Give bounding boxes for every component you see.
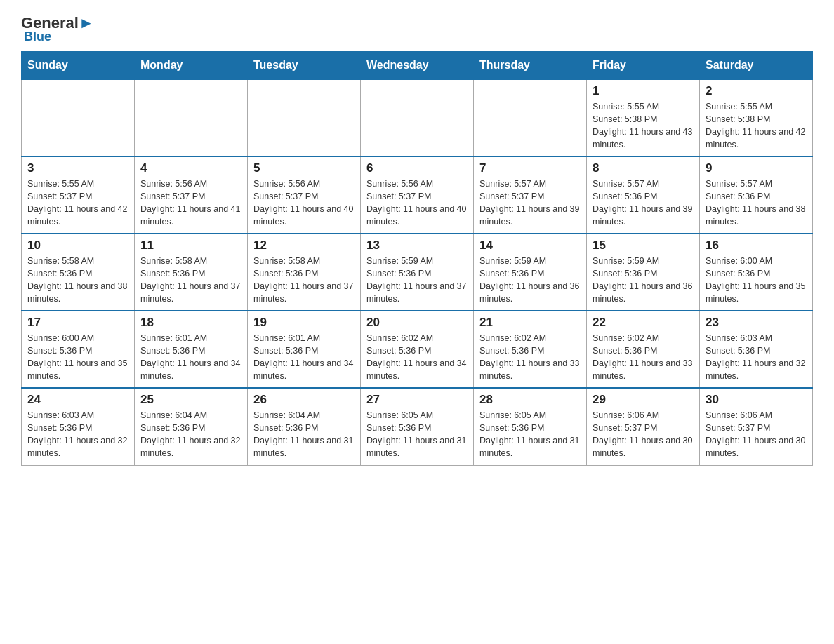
day-number: 24	[27, 393, 128, 407]
day-number: 3	[27, 161, 128, 175]
day-number: 19	[253, 316, 355, 330]
table-row: 1Sunrise: 5:55 AMSunset: 5:38 PMDaylight…	[587, 79, 700, 156]
table-row: 29Sunrise: 6:06 AMSunset: 5:37 PMDayligh…	[587, 388, 700, 465]
day-info: Sunrise: 5:56 AMSunset: 5:37 PMDaylight:…	[140, 177, 241, 229]
header-monday: Monday	[135, 52, 248, 80]
calendar-week-row: 17Sunrise: 6:00 AMSunset: 5:36 PMDayligh…	[22, 311, 813, 388]
day-number: 27	[366, 393, 468, 407]
day-number: 16	[706, 239, 807, 253]
table-row: 30Sunrise: 6:06 AMSunset: 5:37 PMDayligh…	[700, 388, 813, 465]
page-header: General ► Blue	[21, 14, 813, 44]
table-row: 25Sunrise: 6:04 AMSunset: 5:36 PMDayligh…	[135, 388, 248, 465]
table-row: 5Sunrise: 5:56 AMSunset: 5:37 PMDaylight…	[248, 156, 361, 234]
table-row: 3Sunrise: 5:55 AMSunset: 5:37 PMDaylight…	[22, 156, 135, 234]
day-number: 11	[140, 239, 241, 253]
calendar-week-row: 3Sunrise: 5:55 AMSunset: 5:37 PMDaylight…	[22, 156, 813, 234]
day-info: Sunrise: 6:05 AMSunset: 5:36 PMDaylight:…	[366, 409, 468, 460]
table-row: 21Sunrise: 6:02 AMSunset: 5:36 PMDayligh…	[474, 311, 587, 388]
table-row: 18Sunrise: 6:01 AMSunset: 5:36 PMDayligh…	[135, 311, 248, 388]
day-info: Sunrise: 6:04 AMSunset: 5:36 PMDaylight:…	[253, 409, 355, 460]
table-row: 28Sunrise: 6:05 AMSunset: 5:36 PMDayligh…	[474, 388, 587, 465]
day-number: 5	[253, 161, 355, 175]
table-row: 27Sunrise: 6:05 AMSunset: 5:36 PMDayligh…	[361, 388, 474, 465]
day-info: Sunrise: 6:02 AMSunset: 5:36 PMDaylight:…	[479, 332, 581, 383]
day-info: Sunrise: 6:00 AMSunset: 5:36 PMDaylight:…	[706, 255, 807, 306]
day-info: Sunrise: 5:59 AMSunset: 5:36 PMDaylight:…	[366, 255, 468, 306]
day-info: Sunrise: 5:59 AMSunset: 5:36 PMDaylight:…	[593, 255, 694, 306]
day-info: Sunrise: 5:55 AMSunset: 5:38 PMDaylight:…	[706, 100, 807, 152]
table-row: 8Sunrise: 5:57 AMSunset: 5:36 PMDaylight…	[587, 156, 700, 234]
day-number: 2	[706, 84, 807, 98]
day-number: 10	[27, 239, 128, 253]
table-row	[474, 79, 587, 156]
calendar-table: Sunday Monday Tuesday Wednesday Thursday…	[21, 51, 813, 466]
logo-blue-label: Blue	[24, 29, 51, 44]
table-row: 19Sunrise: 6:01 AMSunset: 5:36 PMDayligh…	[248, 311, 361, 388]
calendar-week-row: 24Sunrise: 6:03 AMSunset: 5:36 PMDayligh…	[22, 388, 813, 465]
day-info: Sunrise: 5:58 AMSunset: 5:36 PMDaylight:…	[140, 255, 241, 306]
day-number: 6	[366, 161, 468, 175]
day-info: Sunrise: 6:06 AMSunset: 5:37 PMDaylight:…	[593, 409, 694, 460]
header-saturday: Saturday	[700, 52, 813, 80]
calendar-header-row: Sunday Monday Tuesday Wednesday Thursday…	[22, 52, 813, 80]
header-friday: Friday	[587, 52, 700, 80]
day-info: Sunrise: 5:58 AMSunset: 5:36 PMDaylight:…	[253, 255, 355, 306]
table-row: 20Sunrise: 6:02 AMSunset: 5:36 PMDayligh…	[361, 311, 474, 388]
calendar-week-row: 10Sunrise: 5:58 AMSunset: 5:36 PMDayligh…	[22, 234, 813, 311]
day-info: Sunrise: 5:55 AMSunset: 5:38 PMDaylight:…	[593, 100, 694, 152]
day-number: 8	[593, 161, 694, 175]
day-info: Sunrise: 5:56 AMSunset: 5:37 PMDaylight:…	[366, 177, 468, 229]
day-number: 7	[479, 161, 581, 175]
day-number: 20	[366, 316, 468, 330]
day-info: Sunrise: 6:00 AMSunset: 5:36 PMDaylight:…	[27, 332, 128, 383]
table-row: 11Sunrise: 5:58 AMSunset: 5:36 PMDayligh…	[135, 234, 248, 311]
table-row: 17Sunrise: 6:00 AMSunset: 5:36 PMDayligh…	[22, 311, 135, 388]
day-info: Sunrise: 5:57 AMSunset: 5:37 PMDaylight:…	[479, 177, 581, 229]
day-number: 1	[593, 84, 694, 98]
table-row: 26Sunrise: 6:04 AMSunset: 5:36 PMDayligh…	[248, 388, 361, 465]
day-info: Sunrise: 6:03 AMSunset: 5:36 PMDaylight:…	[706, 332, 807, 383]
table-row: 16Sunrise: 6:00 AMSunset: 5:36 PMDayligh…	[700, 234, 813, 311]
table-row	[361, 79, 474, 156]
table-row: 7Sunrise: 5:57 AMSunset: 5:37 PMDaylight…	[474, 156, 587, 234]
day-info: Sunrise: 5:57 AMSunset: 5:36 PMDaylight:…	[593, 177, 694, 229]
table-row: 13Sunrise: 5:59 AMSunset: 5:36 PMDayligh…	[361, 234, 474, 311]
table-row: 14Sunrise: 5:59 AMSunset: 5:36 PMDayligh…	[474, 234, 587, 311]
table-row: 6Sunrise: 5:56 AMSunset: 5:37 PMDaylight…	[361, 156, 474, 234]
day-info: Sunrise: 5:56 AMSunset: 5:37 PMDaylight:…	[253, 177, 355, 229]
day-number: 25	[140, 393, 241, 407]
day-number: 14	[479, 239, 581, 253]
table-row: 22Sunrise: 6:02 AMSunset: 5:36 PMDayligh…	[587, 311, 700, 388]
day-number: 21	[479, 316, 581, 330]
table-row	[135, 79, 248, 156]
day-info: Sunrise: 6:02 AMSunset: 5:36 PMDaylight:…	[593, 332, 694, 383]
header-wednesday: Wednesday	[361, 52, 474, 80]
table-row	[248, 79, 361, 156]
table-row: 4Sunrise: 5:56 AMSunset: 5:37 PMDaylight…	[135, 156, 248, 234]
table-row: 10Sunrise: 5:58 AMSunset: 5:36 PMDayligh…	[22, 234, 135, 311]
day-info: Sunrise: 5:59 AMSunset: 5:36 PMDaylight:…	[479, 255, 581, 306]
day-info: Sunrise: 6:05 AMSunset: 5:36 PMDaylight:…	[479, 409, 581, 460]
day-info: Sunrise: 6:02 AMSunset: 5:36 PMDaylight:…	[366, 332, 468, 383]
header-thursday: Thursday	[474, 52, 587, 80]
day-info: Sunrise: 5:57 AMSunset: 5:36 PMDaylight:…	[706, 177, 807, 229]
table-row: 24Sunrise: 6:03 AMSunset: 5:36 PMDayligh…	[22, 388, 135, 465]
day-info: Sunrise: 6:04 AMSunset: 5:36 PMDaylight:…	[140, 409, 241, 460]
day-info: Sunrise: 6:06 AMSunset: 5:37 PMDaylight:…	[706, 409, 807, 460]
day-number: 28	[479, 393, 581, 407]
day-number: 9	[706, 161, 807, 175]
day-number: 15	[593, 239, 694, 253]
day-info: Sunrise: 6:01 AMSunset: 5:36 PMDaylight:…	[140, 332, 241, 383]
table-row: 2Sunrise: 5:55 AMSunset: 5:38 PMDaylight…	[700, 79, 813, 156]
day-number: 17	[27, 316, 128, 330]
logo: General ► Blue	[21, 14, 94, 44]
logo-blue-text: ►	[79, 14, 94, 32]
day-number: 12	[253, 239, 355, 253]
table-row: 15Sunrise: 5:59 AMSunset: 5:36 PMDayligh…	[587, 234, 700, 311]
table-row: 23Sunrise: 6:03 AMSunset: 5:36 PMDayligh…	[700, 311, 813, 388]
header-tuesday: Tuesday	[248, 52, 361, 80]
day-info: Sunrise: 5:58 AMSunset: 5:36 PMDaylight:…	[27, 255, 128, 306]
day-number: 26	[253, 393, 355, 407]
day-number: 18	[140, 316, 241, 330]
day-info: Sunrise: 5:55 AMSunset: 5:37 PMDaylight:…	[27, 177, 128, 229]
